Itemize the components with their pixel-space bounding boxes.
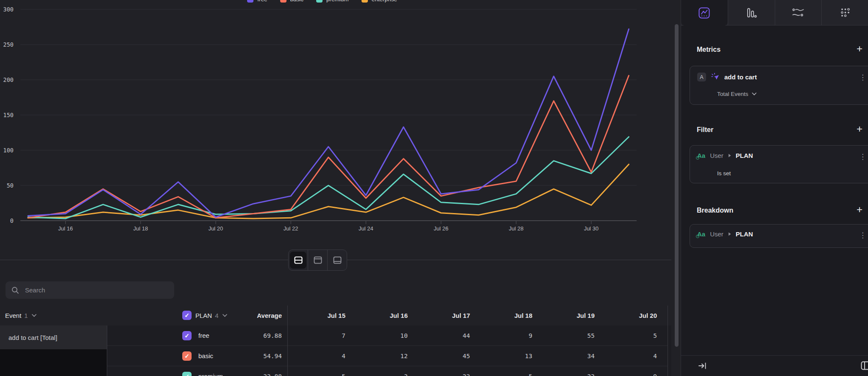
legend-item-premium[interactable]: premium (316, 0, 349, 3)
legend-swatch (316, 0, 323, 3)
legend-label: basic (290, 0, 304, 3)
average-label: Average (257, 312, 282, 319)
search-input[interactable] (24, 286, 168, 294)
cell-value: 23 (411, 373, 470, 376)
flow-chart-icon (792, 8, 804, 18)
breadcrumb-arrow-icon (728, 232, 731, 236)
table-row-basic: ✓basic54.944124513344 (0, 346, 671, 366)
cell-value: 44 (411, 332, 470, 339)
layout-chart-only-button[interactable] (308, 250, 327, 270)
tab-line-chart[interactable] (681, 0, 728, 25)
tab-more-chart-types[interactable] (821, 0, 868, 25)
average-value: 33.88 (182, 373, 282, 376)
grid-dots-icon (840, 8, 850, 18)
y-axis-tick-label: 250 (3, 41, 14, 48)
search-icon (11, 286, 19, 294)
average-value: 69.88 (182, 332, 282, 339)
cell-value: 5 (286, 373, 345, 376)
y-axis-tick-label: 150 (3, 112, 14, 118)
filter-entity: User (710, 152, 723, 159)
column-separator (107, 325, 107, 376)
date-column-header: Jul 19 (535, 306, 595, 325)
x-axis-tick-label: Jul 26 (434, 225, 448, 232)
metric-event-name: add to cart (724, 73, 757, 81)
query-sidebar: Metrics + A add to cart ⋮ Total Events F… (681, 0, 868, 376)
line-chart: 050100150200250300Jul 16Jul 18Jul 20Jul … (0, 0, 671, 238)
cell-value: 23 (535, 373, 595, 376)
string-property-icon: Aa (697, 152, 705, 159)
date-column-header: Jul 17 (411, 306, 470, 325)
y-axis-tick-label: 100 (3, 147, 14, 154)
collapse-panel-icon[interactable] (698, 362, 707, 370)
series-line-free[interactable] (28, 29, 629, 217)
tab-flow-chart[interactable] (775, 0, 822, 25)
tab-bar-chart[interactable] (728, 0, 775, 25)
table-row-premium: ✓premium33.8853235239 (0, 366, 671, 376)
x-axis-tick-label: Jul 30 (584, 225, 599, 232)
bar-chart-icon (746, 7, 757, 18)
column-separator (668, 306, 668, 376)
metric-card[interactable]: A add to cart ⋮ Total Events (690, 66, 868, 105)
add-metric-button[interactable]: + (857, 45, 862, 53)
legend-label: free (257, 0, 267, 3)
legend-item-enterprise[interactable]: enterprise (362, 0, 397, 3)
chart-legend: freebasicpremiumenterprise (0, 0, 644, 3)
cell-value: 34 (535, 353, 595, 359)
event-count: 1 (24, 312, 28, 319)
vertical-scrollbar[interactable] (675, 24, 679, 347)
x-axis-tick-label: Jul 28 (509, 225, 523, 232)
legend-swatch (362, 0, 368, 3)
metric-letter-badge: A (697, 73, 706, 81)
x-axis-tick-label: Jul 18 (133, 225, 148, 232)
cell-value: 45 (411, 353, 470, 359)
line-chart-icon (698, 7, 710, 19)
search-box (6, 281, 174, 299)
layout-split-button[interactable] (289, 250, 308, 270)
measurement-dropdown[interactable]: Total Events (717, 91, 757, 97)
chevron-down-icon (752, 93, 757, 95)
panel-layout-icon[interactable] (861, 361, 868, 370)
legend-item-free[interactable]: free (247, 0, 267, 3)
table-row-free: ✓free69.88710449555 (0, 325, 671, 346)
y-axis-tick-label: 0 (10, 217, 14, 224)
kebab-menu-icon[interactable]: ⋮ (859, 152, 866, 161)
add-breakdown-button[interactable]: + (857, 206, 862, 213)
series-line-enterprise[interactable] (28, 164, 629, 219)
cell-value: 4 (598, 353, 657, 359)
breakdown-card[interactable]: Aa User PLAN ⋮ (690, 224, 868, 248)
breakdown-property: PLAN (736, 230, 753, 238)
measurement-label: Total Events (717, 91, 748, 97)
event-header-label: Event (5, 312, 21, 319)
cell-value: 3 (348, 373, 408, 376)
legend-item-basic[interactable]: basic (280, 0, 304, 3)
date-column-header: Jul 16 (348, 306, 408, 325)
filter-property: PLAN (736, 152, 753, 159)
add-filter-button[interactable]: + (857, 125, 862, 133)
cell-value: 4 (286, 353, 345, 359)
table-body: add to cart [Total] ✓free69.88710449555✓… (0, 325, 671, 376)
cell-value: 10 (348, 332, 408, 339)
average-value: 54.94 (182, 353, 282, 359)
layout-table-only-button[interactable] (327, 250, 347, 270)
breakdown-heading: Breakdown (697, 207, 733, 214)
chevron-down-icon (32, 314, 36, 317)
kebab-menu-icon[interactable]: ⋮ (859, 73, 866, 82)
breakdown-entity: User (710, 230, 723, 238)
split-view-icon (290, 252, 306, 269)
column-separator (287, 306, 288, 376)
cell-value: 12 (348, 353, 408, 359)
cell-value: 13 (473, 353, 532, 359)
cell-value: 55 (535, 332, 595, 339)
legend-swatch (280, 0, 287, 3)
average-column-header: Average (182, 306, 282, 325)
cell-value: 5 (473, 373, 532, 376)
filter-card[interactable]: Aa User PLAN ⋮ Is set (690, 145, 868, 183)
app-root: 050100150200250300Jul 16Jul 18Jul 20Jul … (0, 0, 868, 376)
event-column-dropdown[interactable]: Event 1 (5, 306, 36, 325)
kebab-menu-icon[interactable]: ⋮ (859, 231, 866, 240)
filter-condition[interactable]: Is set (717, 170, 731, 177)
layout-toggle-group (288, 250, 347, 271)
string-property-icon: Aa (697, 230, 705, 238)
date-column-header: Jul 20 (598, 306, 657, 325)
chart-type-tabbar (681, 0, 868, 25)
